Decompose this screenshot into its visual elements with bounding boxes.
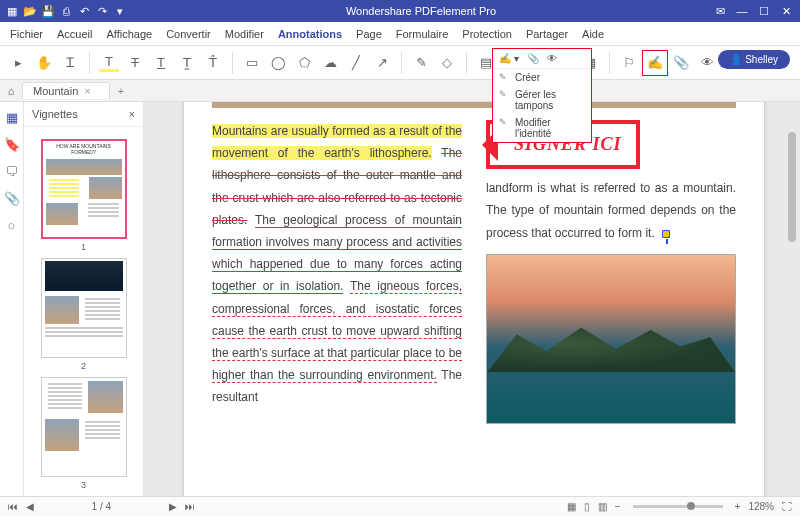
page-banner-image — [212, 102, 736, 108]
underlined-red-text[interactable]: The igneous forces, compressional forces… — [212, 279, 462, 383]
dropdown-icon[interactable]: ▾ — [114, 5, 126, 17]
annotation-toolbar: ▸ ✋ Ꮖ T T T T̰ T̂ ▭ ◯ ⬠ ☁ ╱ ↗ ✎ ◇ ▤ T ⊟ … — [0, 46, 800, 80]
minimize-button[interactable]: — — [732, 5, 752, 18]
menu-convertir[interactable]: Convertir — [166, 28, 211, 40]
zoom-value[interactable]: 128% — [748, 501, 774, 512]
eraser-tool[interactable]: ◇ — [437, 53, 457, 73]
menu-protection[interactable]: Protection — [462, 28, 512, 40]
highlighted-text[interactable]: Mountains are usually formed as a result… — [212, 124, 462, 160]
menu-item-create[interactable]: Créer — [493, 69, 591, 86]
page-indicator[interactable]: 1 / 4 — [92, 501, 111, 512]
undo-icon[interactable]: ↶ — [78, 5, 90, 17]
stamp-tool[interactable]: ⚐ — [619, 53, 639, 73]
last-page-button[interactable]: ⏭ — [185, 501, 195, 512]
view-mode-icon[interactable]: ▦ — [567, 501, 576, 512]
window-controls: ✉ — ☐ ✕ — [710, 5, 800, 18]
thumbnail-2[interactable] — [41, 258, 127, 358]
squiggly-tool[interactable]: T̰ — [177, 53, 197, 73]
thumbnail-1[interactable]: HOW ARE MOUNTAINS FORMED? — [41, 139, 127, 239]
tab-close-icon[interactable]: × — [84, 85, 90, 97]
text-select-tool[interactable]: Ꮖ — [60, 53, 80, 73]
home-tab-icon[interactable]: ⌂ — [0, 85, 22, 97]
next-page-button[interactable]: ▶ — [169, 501, 177, 512]
titlebar: ▦ 📂 💾 ⎙ ↶ ↷ ▾ Wondershare PDFelement Pro… — [0, 0, 800, 22]
line-tool[interactable]: ╱ — [346, 53, 366, 73]
app-icon: ▦ — [6, 5, 18, 17]
maximize-button[interactable]: ☐ — [754, 5, 774, 18]
search-rail-icon[interactable]: ○ — [8, 218, 16, 233]
dropdown-header: ✍ ▾ 📎 👁 — [493, 49, 591, 69]
add-tab-button[interactable]: + — [110, 85, 132, 97]
zoom-slider[interactable] — [633, 505, 723, 508]
panel-title: Vignettes — [32, 108, 78, 120]
page-number-2: 2 — [41, 361, 127, 371]
oval-tool[interactable]: ◯ — [268, 53, 288, 73]
thumbnails-panel: Vignettes × HOW ARE MOUNTAINS FORMED? 1 — [24, 102, 144, 516]
caret-tool[interactable]: T̂ — [203, 53, 223, 73]
rectangle-tool[interactable]: ▭ — [242, 53, 262, 73]
zoom-out-button[interactable]: − — [615, 501, 621, 512]
menu-partager[interactable]: Partager — [526, 28, 568, 40]
menu-modifier[interactable]: Modifier — [225, 28, 264, 40]
close-button[interactable]: ✕ — [776, 5, 796, 18]
tab-label: Mountain — [33, 85, 78, 97]
print-icon[interactable]: ⎙ — [60, 5, 72, 17]
menu-page[interactable]: Page — [356, 28, 382, 40]
menu-affichage[interactable]: Affichage — [106, 28, 152, 40]
highlight-tool[interactable]: T — [99, 54, 119, 72]
menu-formulaire[interactable]: Formulaire — [396, 28, 449, 40]
document-canvas[interactable]: Mountains are usually formed as a result… — [144, 102, 800, 516]
pushpin-icon[interactable] — [662, 230, 670, 238]
right-column: SIGNER ICI landform is what is referred … — [486, 120, 736, 492]
polygon-tool[interactable]: ⬠ — [294, 53, 314, 73]
menu-fichier[interactable]: Fichier — [10, 28, 43, 40]
left-column: Mountains are usually formed as a result… — [212, 120, 462, 492]
document-tabs: ⌂ Mountain × + — [0, 80, 800, 102]
first-page-button[interactable]: ⏮ — [8, 501, 18, 512]
hand-tool[interactable]: ✋ — [34, 53, 54, 73]
thumbnails-icon[interactable]: ▦ — [6, 110, 18, 125]
bookmarks-icon[interactable]: 🔖 — [4, 137, 20, 152]
mail-icon[interactable]: ✉ — [710, 5, 730, 18]
cloud-tool[interactable]: ☁ — [320, 53, 340, 73]
menubar: Fichier Accueil Affichage Convertir Modi… — [0, 22, 800, 46]
vertical-scrollbar[interactable] — [788, 132, 796, 242]
view-single-icon[interactable]: ▯ — [584, 501, 590, 512]
mountain-photo — [486, 254, 736, 424]
page-number-1: 1 — [41, 242, 127, 252]
menu-annotations[interactable]: Annotations — [278, 28, 342, 40]
open-icon[interactable]: 📂 — [24, 5, 36, 17]
zoom-in-button[interactable]: + — [735, 501, 741, 512]
thumbnails-list[interactable]: HOW ARE MOUNTAINS FORMED? 1 — [24, 127, 143, 516]
page-number-3: 3 — [41, 480, 127, 490]
save-icon[interactable]: 💾 — [42, 5, 54, 17]
strikethrough-tool[interactable]: T — [125, 53, 145, 73]
paragraph-text: landform is what is referred to as a mou… — [486, 181, 736, 239]
comments-icon[interactable]: 🗨 — [5, 164, 18, 179]
pencil-tool[interactable]: ✎ — [411, 53, 431, 73]
prev-page-button[interactable]: ◀ — [26, 501, 34, 512]
hide-annotations-tool[interactable]: 👁 — [697, 53, 717, 73]
app-title: Wondershare PDFelement Pro — [132, 5, 710, 17]
side-rail: ▦ 🔖 🗨 📎 ○ — [0, 102, 24, 516]
attachments-icon[interactable]: 📎 — [4, 191, 20, 206]
attachment-tool[interactable]: 📎 — [671, 53, 691, 73]
page-view: Mountains are usually formed as a result… — [184, 102, 764, 512]
signature-tool[interactable]: ✍ — [645, 53, 665, 73]
panel-close-icon[interactable]: × — [129, 108, 135, 120]
underline-tool[interactable]: T — [151, 53, 171, 73]
thumbnail-3[interactable] — [41, 377, 127, 477]
arrow-tool[interactable]: ↗ — [372, 53, 392, 73]
user-pill[interactable]: 👤 Shelley — [718, 50, 790, 69]
redo-icon[interactable]: ↷ — [96, 5, 108, 17]
menu-item-manage-stamps[interactable]: Gérer les tampons — [493, 86, 591, 114]
menu-aide[interactable]: Aide — [582, 28, 604, 40]
quick-access: ▦ 📂 💾 ⎙ ↶ ↷ ▾ — [0, 5, 132, 17]
view-continuous-icon[interactable]: ▥ — [598, 501, 607, 512]
signature-dropdown: ✍ ▾ 📎 👁 Créer Gérer les tampons Modifier… — [492, 48, 592, 143]
menu-accueil[interactable]: Accueil — [57, 28, 92, 40]
menu-item-edit-identity[interactable]: Modifier l'identité — [493, 114, 591, 142]
fullscreen-button[interactable]: ⛶ — [782, 501, 792, 512]
document-tab[interactable]: Mountain × — [22, 82, 110, 99]
select-tool[interactable]: ▸ — [8, 53, 28, 73]
